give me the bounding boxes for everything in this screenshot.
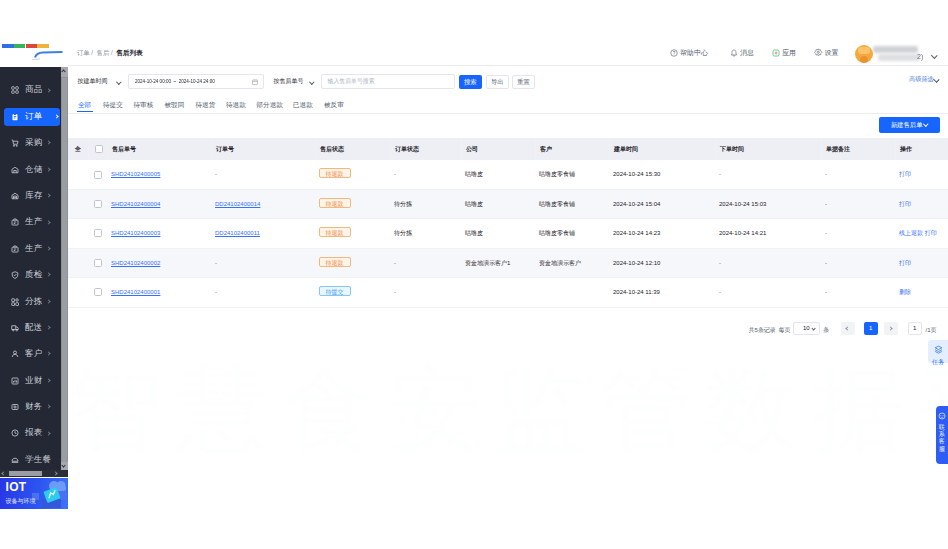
svg-text:?: ?	[673, 50, 676, 55]
